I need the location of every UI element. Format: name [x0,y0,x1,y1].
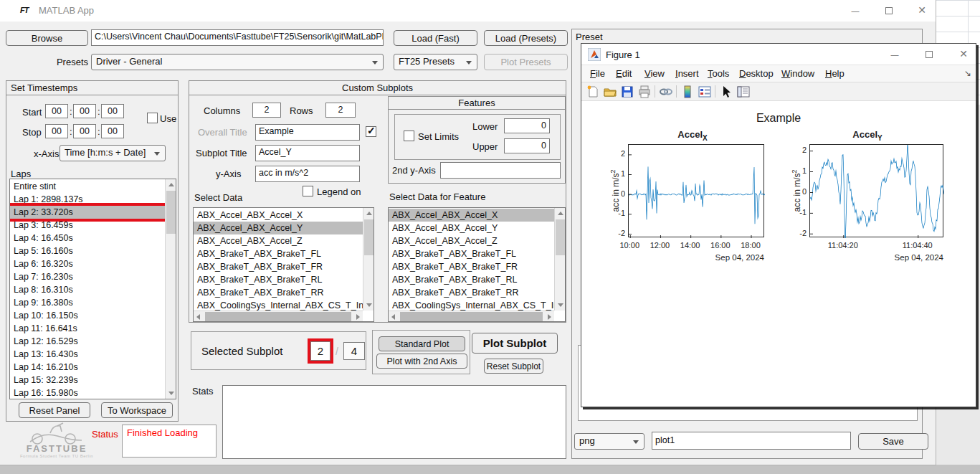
list-item[interactable]: ABX_BrakeT_ABX_BrakeT_FL [389,247,554,260]
list-item[interactable]: Lap 11: 16.641s [10,322,165,335]
menu-edit[interactable]: Edit [616,68,632,79]
menu-desktop[interactable]: Desktop [739,68,774,79]
feature-data-hscroll[interactable] [389,311,554,321]
set-limits-checkbox[interactable] [404,131,414,141]
feature-data-vscroll[interactable] [554,208,565,311]
subplot-title-input[interactable]: Accel_Y [255,145,360,161]
browse-button[interactable]: Browse [6,30,88,46]
load-fast-button[interactable]: Load (Fast) [394,30,477,46]
open-folder-icon[interactable] [603,85,617,99]
ft25-presets-dropdown[interactable]: FT25 Presets [394,54,477,70]
scroll-thumb[interactable] [400,312,543,321]
menu-tools[interactable]: Tools [708,68,729,79]
reset-panel-button[interactable]: Reset Panel [19,402,90,418]
reset-subplot-button[interactable]: Reset Subplot [484,359,543,374]
legend-on-checkbox[interactable] [303,186,313,196]
list-item[interactable]: Lap 1: 2898.137s [10,193,165,206]
figure-close-icon[interactable] [953,46,974,62]
lower-field[interactable]: 0 [504,118,550,133]
save-button[interactable]: Save [858,433,928,450]
list-item[interactable]: ABX_BrakeT_ABX_BrakeT_RL [194,273,363,286]
arrow-cursor-icon[interactable] [719,85,733,99]
colormap-icon[interactable] [680,85,695,99]
scroll-down-icon[interactable] [555,300,566,311]
print-icon[interactable] [637,85,652,99]
list-item[interactable]: ABX_Accel_ABX_Accel_Z [389,234,554,247]
x-axis-dropdown[interactable]: Time [h:m:s + Date] [60,145,166,161]
select-data-hscroll[interactable] [194,311,363,321]
stop-hh-field[interactable]: 00 [45,124,68,138]
menu-help[interactable]: Help [825,68,845,79]
minimize-icon[interactable] [845,2,866,18]
figure-minimize-icon[interactable] [884,46,905,62]
start-hh-field[interactable]: 00 [45,104,68,118]
list-item[interactable]: ABX_CoolingSys_Internal_ABX_CS_T_InvL [194,299,363,311]
maximize-icon[interactable] [878,2,900,18]
save-icon[interactable] [620,85,634,99]
overall-title-input[interactable]: Example [255,124,360,141]
scroll-up-icon[interactable] [555,208,566,219]
list-item[interactable]: Lap 10: 16.150s [10,309,165,322]
columns-field[interactable]: 2 [252,103,281,118]
list-item[interactable]: ABX_Accel_ABX_Accel_Y [389,222,554,234]
list-item[interactable]: Lap 3: 16.459s [10,219,165,232]
list-item[interactable]: ABX_CoolingSys_Internal_ABX_CS_T_Inv [389,299,554,311]
scroll-up-icon[interactable] [166,179,176,190]
upper-field[interactable]: 0 [504,138,550,153]
path-input[interactable]: C:\Users\Vincent Chau\Documents\Fasttube… [91,29,384,46]
start-ss-field[interactable]: 00 [101,104,124,118]
legend-icon[interactable] [698,85,712,99]
list-item[interactable]: Lap 4: 16.450s [10,232,165,245]
presets-dropdown[interactable]: Driver - General [91,54,384,70]
figure-maximize-icon[interactable] [918,46,940,62]
menu-view[interactable]: View [644,68,665,79]
scroll-down-icon[interactable] [363,300,374,311]
list-item[interactable]: Lap 5: 16.160s [10,245,165,257]
plot-subplot-button[interactable]: Plot Subplot [472,333,558,354]
list-item[interactable]: Lap 12: 16.529s [10,335,165,348]
y-axis-input[interactable]: acc in m/s^2 [255,166,360,182]
list-item[interactable]: ABX_BrakeT_ABX_BrakeT_RR [194,286,363,299]
scroll-up-icon[interactable] [363,208,374,219]
standard-plot-button[interactable]: Standard Plot [379,336,465,351]
scroll-thumb[interactable] [205,312,351,321]
overall-title-checkbox[interactable] [366,126,376,137]
list-item[interactable]: Lap 14: 16.210s [10,361,165,374]
stop-ss-field[interactable]: 00 [101,124,124,138]
to-workspace-button[interactable]: To Workspace [101,402,173,418]
list-item[interactable]: ABX_Accel_ABX_Accel_X [389,209,554,222]
scroll-left-icon[interactable] [389,311,399,322]
plot-axes[interactable] [628,144,764,237]
scroll-right-icon[interactable] [352,311,363,322]
list-item[interactable]: ABX_Accel_ABX_Accel_X [194,209,363,222]
scroll-thumb[interactable] [364,219,374,255]
format-dropdown[interactable]: png [574,433,644,450]
scroll-left-icon[interactable] [194,311,204,322]
list-item[interactable]: Lap 9: 16.380s [10,296,165,309]
filename-input[interactable]: plot1 [652,432,851,450]
list-item[interactable]: Lap 7: 16.230s [10,270,165,283]
list-item[interactable]: Lap 2: 33.720s [10,206,165,219]
scroll-thumb[interactable] [556,219,565,255]
list-item[interactable]: Lap 13: 16.430s [10,348,165,361]
list-item[interactable]: ABX_BrakeT_ABX_BrakeT_FR [194,260,363,273]
stop-mm-field[interactable]: 00 [73,124,96,138]
list-item[interactable]: Lap 16: 15.980s [10,387,165,399]
menu-insert[interactable]: Insert [675,68,699,79]
list-item[interactable]: Lap 8: 16.310s [10,283,165,296]
menu-window[interactable]: Window [781,68,814,79]
list-item[interactable]: ABX_BrakeT_ABX_BrakeT_FL [194,247,363,260]
select-data-vscroll[interactable] [363,208,374,311]
use-checkbox[interactable] [147,113,158,123]
list-item[interactable]: ABX_Accel_ABX_Accel_Z [194,234,363,247]
list-item[interactable]: ABX_BrakeT_ABX_BrakeT_RL [389,273,554,286]
list-item[interactable]: Lap 6: 16.320s [10,257,165,270]
second-y-axis-input[interactable] [440,162,561,179]
list-item[interactable]: Lap 15: 32.239s [10,374,165,387]
plot-with-2nd-axis-button[interactable]: Plot with 2nd Axis [376,354,467,369]
scroll-thumb[interactable] [166,191,176,234]
scroll-down-icon[interactable] [166,388,176,399]
list-item[interactable]: ABX_BrakeT_ABX_BrakeT_FR [389,260,554,273]
new-file-icon[interactable] [586,85,600,99]
scroll-right-icon[interactable] [543,311,554,322]
